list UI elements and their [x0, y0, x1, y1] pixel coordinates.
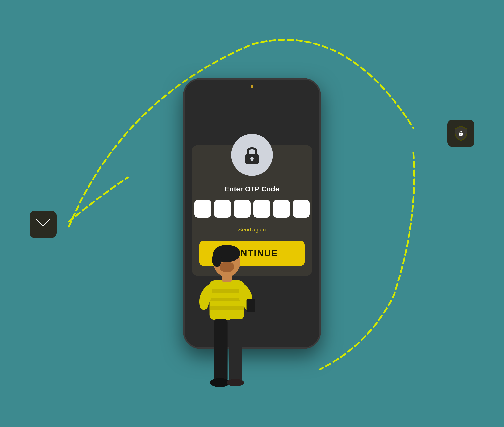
svg-rect-19	[222, 274, 232, 282]
svg-rect-12	[210, 298, 244, 301]
otp-input-boxes	[194, 200, 310, 218]
email-icon	[36, 219, 50, 230]
svg-rect-5	[251, 159, 253, 161]
phone-notch	[251, 85, 253, 88]
otp-box-5[interactable]	[273, 200, 290, 218]
otp-box-6[interactable]	[293, 200, 310, 218]
otp-box-4[interactable]	[253, 200, 270, 218]
scene: Enter OTP Code Send again CONTINUE	[0, 0, 504, 427]
svg-point-18	[227, 379, 244, 386]
svg-rect-13	[210, 306, 244, 310]
person-illustration	[188, 242, 266, 415]
security-icon-box	[447, 120, 474, 147]
email-icon-box	[30, 211, 57, 238]
svg-rect-11	[210, 289, 244, 293]
security-shield-icon	[454, 125, 468, 141]
lock-circle	[231, 134, 273, 176]
svg-rect-14	[247, 299, 255, 312]
svg-point-9	[220, 262, 234, 272]
svg-rect-16	[229, 319, 242, 383]
svg-point-2	[460, 134, 461, 135]
lock-icon	[241, 144, 263, 166]
otp-box-1[interactable]	[194, 200, 211, 218]
otp-box-2[interactable]	[214, 200, 231, 218]
otp-title: Enter OTP Code	[225, 185, 279, 193]
otp-box-3[interactable]	[234, 200, 251, 218]
send-again-link[interactable]: Send again	[238, 227, 266, 233]
svg-rect-15	[214, 319, 228, 383]
